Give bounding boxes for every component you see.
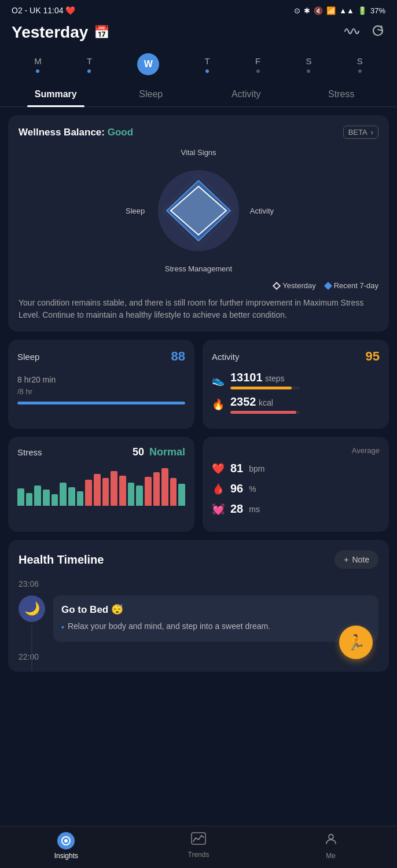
spo2-item: 🩸 96 % <box>212 482 380 495</box>
sleep-progress-bar <box>17 402 185 404</box>
steps-unit: steps <box>265 374 284 383</box>
day-dot-friday <box>256 69 260 73</box>
sleep-header: Sleep 88 <box>17 349 185 364</box>
wellness-description: Your condition remains stable, and there… <box>19 297 378 321</box>
sleep-goal: /8 hr <box>17 387 185 396</box>
me-icon <box>324 832 338 849</box>
legend-diamond-recent <box>324 281 332 289</box>
hrv-value: 28 <box>230 502 243 516</box>
day-dot-sunday <box>358 69 362 73</box>
header-title-group: Yesterday 📅 <box>12 23 109 42</box>
wifi-icon: 📶 <box>326 6 336 15</box>
status-bar: O2 - UK 11:04 ❤️ ⊙ ✱ 🔇 📶 ▲▲ 🔋 37% <box>0 0 397 19</box>
timeline-time-1: 23:06 <box>19 579 378 589</box>
hrv-item: 💓 28 ms <box>212 502 380 516</box>
carrier-time: O2 - UK 11:04 ❤️ <box>12 6 75 15</box>
wave-icon[interactable] <box>344 24 360 41</box>
bottom-nav: Insights Trends Me <box>0 826 397 868</box>
nav-trends[interactable]: Trends <box>133 832 265 860</box>
tab-bar: Summary Sleep Activity Stress <box>0 83 397 107</box>
day-selector: M T W T F S S <box>0 49 397 83</box>
status-icons: ⊙ ✱ 🔇 📶 ▲▲ 🔋 37% <box>294 6 385 15</box>
sleep-title: Sleep <box>17 352 39 362</box>
day-friday[interactable]: F <box>255 56 260 73</box>
wellness-header: Wellness Balance: Good BETA › <box>19 126 378 139</box>
header-actions <box>344 23 385 42</box>
timeline-time-2: 22:00 <box>19 652 378 661</box>
day-dot-thursday <box>205 69 209 73</box>
timeline-entry-bed: 🌙 Go to Bed 😴 • Relax your body and mind… <box>19 595 378 642</box>
kcal-item: 🔥 2352 kcal <box>212 395 380 414</box>
kcal-icon: 🔥 <box>212 398 225 411</box>
timeline-bullet: • <box>61 621 64 634</box>
radar-svg <box>123 147 274 274</box>
hrv-icon: 💓 <box>212 503 225 516</box>
tab-sleep[interactable]: Sleep <box>104 83 199 106</box>
activity-card[interactable]: Activity 95 👟 13101 steps 🔥 2352 kcal <box>203 340 389 429</box>
metrics-row: Sleep 88 8 hr20 min /8 hr Activity 95 👟 … <box>8 340 389 429</box>
battery-icon: 🔋 <box>358 6 367 15</box>
activity-fab[interactable]: 🏃 <box>339 626 373 659</box>
sleep-score: 88 <box>171 349 185 364</box>
activity-header: Activity 95 <box>212 349 380 364</box>
note-button[interactable]: + Note <box>334 550 378 569</box>
svg-rect-7 <box>192 833 205 844</box>
beta-badge[interactable]: BETA › <box>343 126 378 139</box>
refresh-icon[interactable] <box>370 23 385 42</box>
spo2-unit: % <box>249 484 256 494</box>
svg-point-8 <box>329 834 333 839</box>
nav-me[interactable]: Me <box>264 832 397 860</box>
tab-summary[interactable]: Summary <box>8 83 104 106</box>
kcal-value: 2352 <box>230 395 256 408</box>
day-thursday[interactable]: T <box>205 56 210 73</box>
stress-vitals-row: Stress 50 Normal <box>8 437 389 532</box>
calendar-icon[interactable]: 📅 <box>94 25 109 40</box>
vitals-card[interactable]: Average ❤️ 81 bpm 🩸 96 % 💓 28 ms <box>203 437 389 532</box>
day-saturday[interactable]: S <box>306 56 311 73</box>
hrv-unit: ms <box>249 505 260 514</box>
signal-icon: ▲▲ <box>339 6 354 15</box>
health-timeline-card: Health Timeline + Note 23:06 🌙 Go to Bed… <box>8 540 389 672</box>
steps-progress-fill <box>230 387 292 389</box>
vitals-average-label: Average <box>212 446 380 455</box>
nfc-icon: ⊙ <box>294 6 300 15</box>
day-dot-saturday <box>307 69 310 73</box>
stress-card[interactable]: Stress 50 Normal <box>8 437 194 532</box>
steps-value: 13101 <box>230 371 263 384</box>
header: Yesterday 📅 <box>0 19 397 49</box>
day-wednesday[interactable]: W <box>137 53 159 75</box>
trends-icon <box>191 832 206 848</box>
nav-insights[interactable]: Insights <box>0 832 133 860</box>
spo2-icon: 🩸 <box>212 483 225 495</box>
legend-yesterday: Yesterday <box>274 281 315 290</box>
tab-activity[interactable]: Activity <box>198 83 294 106</box>
kcal-progress-fill <box>230 411 296 414</box>
heart-rate-unit: bpm <box>249 464 264 473</box>
runner-icon: 🏃 <box>347 634 365 652</box>
stress-title: Stress <box>17 447 42 457</box>
insights-icon <box>57 832 75 849</box>
stress-chart <box>17 465 185 506</box>
tab-stress[interactable]: Stress <box>294 83 389 106</box>
mute-icon: 🔇 <box>314 6 323 15</box>
day-sunday[interactable]: S <box>357 56 363 73</box>
legend-recent: Recent 7-day <box>325 281 378 290</box>
sleep-card[interactable]: Sleep 88 8 hr20 min /8 hr <box>8 340 194 429</box>
steps-icon: 👟 <box>212 374 225 387</box>
activity-title: Activity <box>212 352 240 362</box>
battery-percent: 37% <box>370 6 385 15</box>
timeline-entry-title: Go to Bed 😴 <box>61 604 370 616</box>
sleep-duration: 8 hr20 min <box>17 371 185 386</box>
day-tuesday[interactable]: T <box>87 56 92 73</box>
wellness-balance-card: Wellness Balance: Good BETA › Vital Sign… <box>8 115 389 332</box>
kcal-unit: kcal <box>259 398 273 407</box>
heart-rate-icon: ❤️ <box>212 462 225 475</box>
bed-icon-circle: 🌙 <box>19 595 45 622</box>
day-monday[interactable]: M <box>34 56 42 73</box>
day-dot-tuesday <box>87 69 91 73</box>
moon-icon: 🌙 <box>24 601 40 616</box>
stress-score: 50 Normal <box>133 446 185 458</box>
svg-point-6 <box>64 839 68 843</box>
timeline-entry-content[interactable]: Go to Bed 😴 • Relax your body and mind, … <box>53 595 378 642</box>
plus-icon: + <box>344 555 348 564</box>
